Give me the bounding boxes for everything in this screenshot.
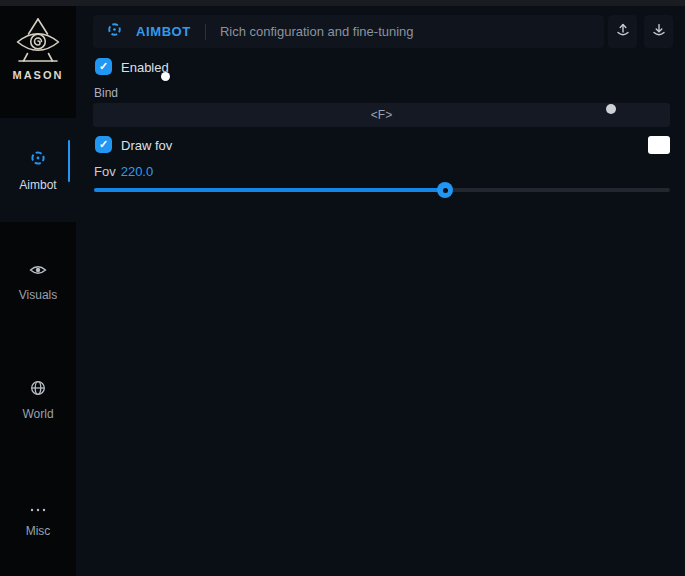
ellipsis-icon xyxy=(29,499,47,517)
bind-input[interactable]: <F> xyxy=(93,103,670,127)
bind-label: Bind xyxy=(94,86,118,100)
fov-slider-handle[interactable] xyxy=(437,182,453,198)
crosshair-icon xyxy=(29,149,47,171)
globe-icon xyxy=(30,380,46,400)
enabled-checkbox[interactable]: ✓ xyxy=(95,58,112,75)
sidebar-item-label: Misc xyxy=(26,524,51,538)
sidebar-item-misc[interactable]: Misc xyxy=(0,492,76,544)
sidebar-item-label: Aimbot xyxy=(19,178,56,192)
brand-logo: MASON xyxy=(0,16,76,81)
sidebar: MASON Aimbot Visuals xyxy=(0,6,76,576)
sidebar-item-visuals[interactable]: Visuals xyxy=(0,256,76,308)
crosshair-icon xyxy=(106,21,123,42)
header-divider xyxy=(205,24,206,40)
page-title: AIMBOT xyxy=(136,24,191,39)
draw-fov-label: Draw fov xyxy=(121,138,172,153)
window-top-edge xyxy=(0,0,685,6)
import-config-button[interactable] xyxy=(644,15,673,48)
download-icon xyxy=(651,22,667,42)
eye-icon xyxy=(29,263,47,281)
fov-value: 220.0 xyxy=(121,164,154,179)
fov-label: Fov220.0 xyxy=(94,164,153,179)
fov-color-swatch[interactable] xyxy=(648,136,670,154)
check-icon: ✓ xyxy=(99,138,108,151)
sidebar-item-aimbot[interactable]: Aimbot xyxy=(0,118,76,222)
page-subtitle: Rich configuration and fine-tuning xyxy=(220,24,414,39)
bind-value: <F> xyxy=(371,108,392,122)
sidebar-item-label: World xyxy=(22,407,53,421)
upload-icon xyxy=(615,22,631,42)
fov-label-text: Fov xyxy=(94,164,116,179)
enabled-label: Enabled xyxy=(121,60,169,75)
draw-fov-checkbox[interactable]: ✓ xyxy=(95,136,112,153)
sidebar-item-label: Visuals xyxy=(19,288,57,302)
page-header: AIMBOT Rich configuration and fine-tunin… xyxy=(93,15,604,48)
mason-window: MASON Aimbot Visuals xyxy=(0,0,685,576)
active-item-indicator xyxy=(68,140,70,182)
check-icon: ✓ xyxy=(99,60,108,73)
sidebar-item-world[interactable]: World xyxy=(0,374,76,426)
fov-slider[interactable] xyxy=(94,188,670,192)
fov-slider-fill xyxy=(94,188,445,192)
eye-pyramid-icon xyxy=(0,16,76,66)
export-config-button[interactable] xyxy=(608,15,637,48)
brand-name: MASON xyxy=(0,69,76,81)
